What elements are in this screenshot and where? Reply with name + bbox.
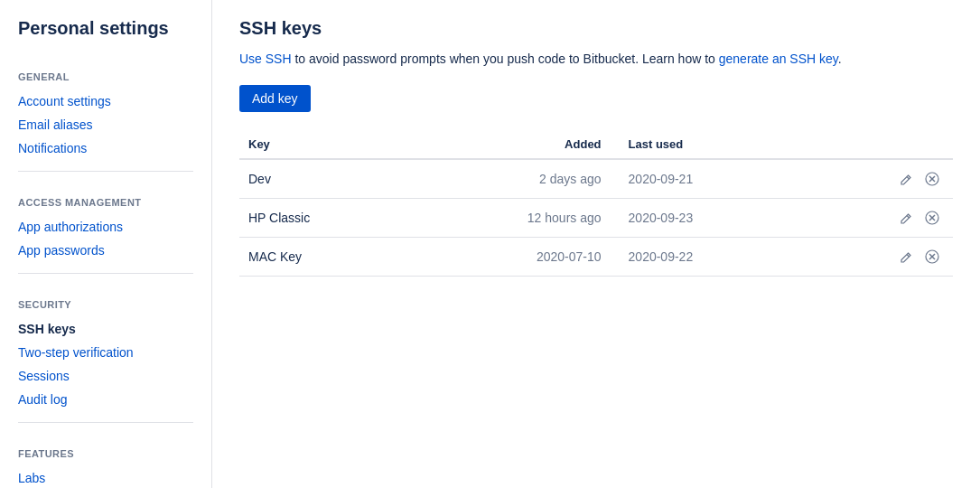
delete-key-button[interactable] (920, 247, 944, 267)
use-ssh-link[interactable]: Use SSH (239, 52, 292, 66)
key-actions (808, 199, 953, 238)
description: Use SSH to avoid password prompts when y… (239, 50, 953, 69)
key-added: 2020-07-10 (412, 238, 611, 277)
edit-key-button[interactable] (895, 171, 917, 189)
table-row: MAC Key 2020-07-10 2020-09-22 (239, 238, 953, 277)
sidebar-item-two-step-verification[interactable]: Two-step verification (0, 341, 211, 364)
key-actions (808, 238, 953, 277)
sidebar-item-labs[interactable]: Labs (0, 466, 211, 488)
sidebar-divider-1 (18, 171, 193, 172)
sidebar-divider-3 (18, 422, 193, 423)
sidebar-item-ssh-keys[interactable]: SSH keys (0, 317, 211, 341)
description-suffix: . (838, 52, 842, 66)
edit-key-button[interactable] (895, 249, 917, 267)
key-name: MAC Key (239, 238, 412, 277)
key-last-used: 2020-09-22 (611, 238, 809, 277)
general-section-label: GENERAL (0, 57, 211, 89)
key-last-used: 2020-09-21 (611, 159, 809, 199)
key-name: HP Classic (239, 199, 412, 238)
sidebar-item-app-passwords[interactable]: App passwords (0, 239, 211, 262)
access-management-section-label: ACCESS MANAGEMENT (0, 183, 211, 215)
delete-icon (925, 172, 939, 186)
col-header-last-used: Last used (611, 130, 809, 159)
key-added: 2 days ago (412, 159, 611, 199)
delete-key-button[interactable] (920, 208, 944, 228)
delete-key-button[interactable] (920, 169, 944, 189)
col-header-key: Key (239, 130, 412, 159)
page-title: Personal settings (0, 18, 211, 57)
security-section-label: SECURITY (0, 285, 211, 317)
delete-icon (925, 211, 939, 225)
edit-icon (900, 174, 912, 186)
col-header-actions (808, 130, 953, 159)
edit-icon (900, 251, 912, 264)
main-content: SSH keys Use SSH to avoid password promp… (212, 0, 980, 488)
features-section-label: FEATURES (0, 434, 211, 466)
ssh-keys-table: Key Added Last used Dev 2 days ago 2020-… (239, 130, 953, 277)
sidebar-item-app-authorizations[interactable]: App authorizations (0, 215, 211, 239)
description-text-prefix: to avoid password prompts when you push … (294, 52, 714, 66)
key-actions (808, 159, 953, 199)
sidebar-divider-2 (18, 273, 193, 274)
add-key-button[interactable]: Add key (239, 85, 311, 112)
table-row: HP Classic 12 hours ago 2020-09-23 (239, 199, 953, 238)
edit-key-button[interactable] (895, 210, 917, 228)
edit-icon (900, 212, 912, 225)
sidebar-item-sessions[interactable]: Sessions (0, 364, 211, 388)
key-last-used: 2020-09-23 (611, 199, 809, 238)
key-added: 12 hours ago (412, 199, 611, 238)
sidebar-item-email-aliases[interactable]: Email aliases (0, 113, 211, 136)
sidebar-item-notifications[interactable]: Notifications (0, 136, 211, 160)
sidebar-item-account-settings[interactable]: Account settings (0, 89, 211, 113)
delete-icon (925, 249, 939, 264)
table-header-row: Key Added Last used (239, 130, 953, 159)
col-header-added: Added (412, 130, 611, 159)
sidebar-item-audit-log[interactable]: Audit log (0, 388, 211, 411)
table-row: Dev 2 days ago 2020-09-21 (239, 159, 953, 199)
sidebar: Personal settings GENERAL Account settin… (0, 0, 212, 488)
key-name: Dev (239, 159, 412, 199)
generate-ssh-key-link[interactable]: generate an SSH key (719, 52, 838, 66)
ssh-keys-title: SSH keys (239, 18, 953, 39)
